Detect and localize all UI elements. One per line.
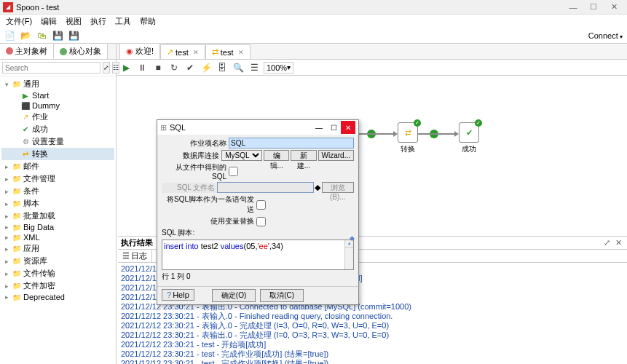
tree-node[interactable]: ▾📁通用 — [1, 78, 114, 90]
window-title: Spoon - test — [16, 3, 563, 12]
explore-icon[interactable]: 🛍 — [35, 29, 48, 42]
replay-icon[interactable]: ↻ — [167, 61, 181, 74]
tree-node[interactable]: ✔成功 — [1, 123, 114, 135]
tab-main-tree[interactable]: 主对象树 — [0, 44, 54, 59]
tree-node[interactable]: ▸📁脚本 — [1, 197, 114, 210]
script-label: SQL 脚本: — [162, 228, 194, 238]
close-icon[interactable]: ✕ — [238, 49, 244, 56]
log-line: 2021/12/12 23:30:21 - test - 开始项[成功] — [121, 340, 624, 349]
cursor-status: 行 1 列 0 — [162, 270, 354, 283]
tree-node[interactable]: ▸📁资源库 — [1, 255, 114, 267]
usevar-label: 使用变量替换 — [162, 216, 256, 226]
tree-node[interactable]: ↗作业 — [1, 111, 114, 123]
cancel-button[interactable]: 取消(C) — [260, 289, 304, 302]
menubar: 文件(F) 编辑 视图 执行 工具 帮助 — [0, 15, 627, 28]
dialog-close-button[interactable]: ✕ — [341, 121, 355, 134]
zoom-select[interactable]: 100% ▾ — [264, 62, 293, 74]
sql-filename-input — [217, 182, 314, 193]
close-icon[interactable]: ✕ — [193, 49, 199, 56]
tree-node[interactable]: ▸📁文件管理 — [1, 173, 114, 185]
variable-icon[interactable]: ◆ — [350, 234, 355, 242]
save-icon[interactable]: 💾 — [51, 29, 64, 42]
tree-node[interactable]: ▶Start — [1, 90, 114, 100]
close-panel-icon[interactable]: ✕ — [612, 238, 624, 248]
sql-script-textarea[interactable]: insert into test2 values(05,'ee',34) ▴ ◆ — [162, 240, 354, 270]
show-icon[interactable]: ☰ — [248, 61, 261, 74]
db-connection-select[interactable]: MySQL — [221, 150, 262, 161]
search-expand-icon[interactable]: ⤢ — [103, 62, 110, 74]
menu-help[interactable]: 帮助 — [135, 15, 160, 28]
tree-node[interactable]: ▸📁批量加载 — [1, 210, 114, 222]
dialog-minimize-button[interactable]: — — [312, 121, 326, 134]
tree-node[interactable]: ▸📁XML — [1, 232, 114, 242]
filename-label: SQL 文件名 — [162, 183, 217, 193]
name-label: 作业项名称 — [162, 138, 229, 149]
impact-icon[interactable]: ⚡ — [200, 61, 213, 74]
db-label: 数据库连接 — [162, 151, 221, 161]
menu-tools[interactable]: 工具 — [111, 15, 135, 28]
object-tree[interactable]: ▾📁通用▶Start⬛Dummy↗作业✔成功⚙设置变量⇄转换▸📁邮件▸📁文件管理… — [0, 76, 116, 364]
send-as-single-checkbox[interactable] — [256, 200, 266, 210]
job-step[interactable]: ⇄✓转换 — [393, 122, 422, 154]
log-line: 2021/12/12 23:30:21 - 表输出.0 - 完成处理 (I=0,… — [121, 331, 624, 340]
log-line: 2021/12/12 23:30:21 - test - 完成作业项[成功] (… — [121, 349, 624, 359]
tree-node[interactable]: ▸📁应用 — [1, 242, 114, 255]
menu-run[interactable]: 执行 — [86, 15, 111, 28]
dialog-icon: ⊞ — [160, 123, 167, 132]
wizard-button[interactable]: Wizard... — [318, 150, 354, 161]
menu-edit[interactable]: 编辑 — [36, 15, 61, 28]
log-line: 2021/12/12 23:30:21 - test - 完成作业项[转换] (… — [121, 359, 624, 364]
app-icon: ◢ — [3, 2, 13, 12]
log-line: 2021/12/12 23:30:21 - 表输入.0 - 完成处理 (I=3,… — [121, 321, 624, 331]
sendone-label: 将SQL脚本作为一条语句发送 — [162, 194, 256, 215]
scrollbar[interactable]: ▴ — [344, 240, 353, 269]
tree-node[interactable]: ⬛Dummy — [1, 100, 114, 111]
run-icon[interactable]: ▶ — [119, 61, 133, 74]
stop-icon[interactable]: ■ — [151, 61, 165, 74]
sql-icon[interactable]: 🗄 — [216, 61, 229, 74]
menu-view[interactable]: 视图 — [61, 15, 86, 28]
search-input[interactable] — [2, 62, 100, 74]
explore-icon[interactable]: 🔍 — [232, 61, 245, 74]
open-icon[interactable]: 📂 — [19, 29, 32, 42]
verify-icon[interactable]: ✔ — [184, 61, 197, 74]
fromfile-label: 从文件中得到的 SQL — [162, 162, 229, 181]
connect-dropdown[interactable]: Connect — [588, 31, 623, 40]
tree-node[interactable]: ▸📁邮件 — [1, 160, 114, 173]
new-icon[interactable]: 📄 — [3, 29, 16, 42]
close-button[interactable]: ✕ — [604, 0, 624, 15]
new-connection-button[interactable]: 新建... — [291, 150, 316, 161]
saveas-icon[interactable]: 💾 — [67, 29, 80, 42]
use-variable-checkbox[interactable] — [256, 217, 266, 226]
sql-dialog: ⊞ SQL — ☐ ✕ 作业项名称 数据库连接 MySQL 编辑... 新建..… — [157, 119, 359, 305]
pause-icon[interactable]: ⏸ — [135, 61, 149, 74]
dialog-maximize-button[interactable]: ☐ — [326, 121, 341, 134]
browse-button: 浏览(B)... — [322, 182, 354, 193]
tree-node[interactable]: ▸📁Deprecated — [1, 292, 114, 302]
job-step[interactable]: ✔✓成功 — [454, 122, 484, 154]
tree-node[interactable]: ⇄转换 — [1, 148, 114, 160]
log-icon: ☰ — [122, 251, 130, 261]
tab-log[interactable]: ☰日志 — [118, 250, 152, 262]
ok-button[interactable]: 确定(O) — [212, 289, 256, 302]
job-entry-name-input[interactable] — [229, 138, 354, 149]
tree-node[interactable]: ⚙设置变量 — [1, 135, 114, 148]
maximize-panel-icon[interactable]: ⤢ — [601, 238, 612, 248]
tab-welcome[interactable]: ◉欢迎! — [119, 43, 160, 59]
tab-test-trans[interactable]: ⇄test✕ — [205, 44, 251, 59]
tree-node[interactable]: ▸📁条件 — [1, 185, 114, 197]
tab-test-job[interactable]: ↗test✕ — [160, 44, 205, 59]
help-button[interactable]: ?Help — [162, 289, 194, 301]
menu-file[interactable]: 文件(F) — [1, 15, 36, 28]
maximize-button[interactable]: ☐ — [583, 0, 604, 15]
edit-connection-button[interactable]: 编辑... — [264, 150, 289, 161]
dialog-title: SQL — [170, 123, 312, 132]
sql-from-file-checkbox[interactable] — [229, 167, 238, 176]
tree-node[interactable]: ▸📁文件传输 — [1, 267, 114, 280]
tree-node[interactable]: ▸📁文件加密 — [1, 280, 114, 292]
variable-icon[interactable]: ◆ — [314, 183, 320, 192]
log-line: 2021/12/12 23:30:21 - 表输入.0 - Finished r… — [121, 312, 624, 321]
minimize-button[interactable]: — — [563, 0, 583, 15]
tree-node[interactable]: ▸📁Big Data — [1, 222, 114, 232]
tab-core-objects[interactable]: 核心对象 — [54, 44, 108, 59]
